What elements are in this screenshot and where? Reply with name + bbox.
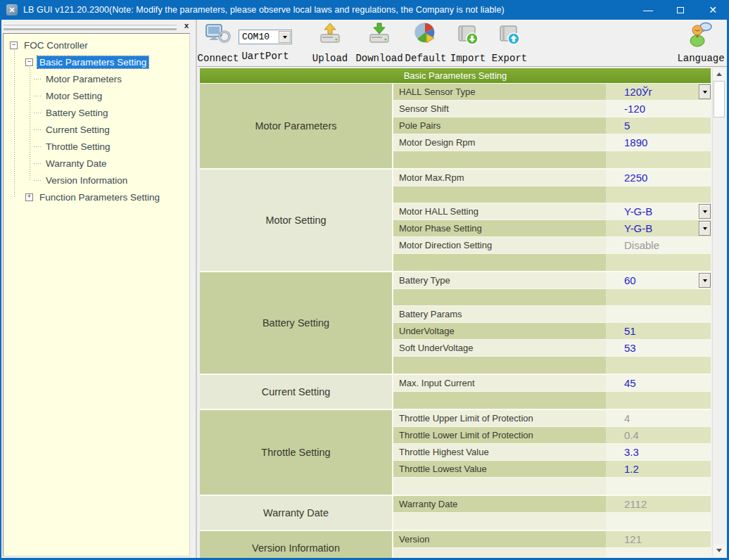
param-row — [393, 392, 711, 409]
param-value[interactable]: 2250 — [606, 170, 711, 186]
uartport-dropdown-button[interactable] — [279, 31, 291, 43]
dropdown-button[interactable] — [699, 204, 711, 219]
download-button[interactable]: Download — [354, 23, 405, 64]
export-icon — [496, 21, 523, 51]
export-button[interactable]: Export — [489, 23, 530, 64]
param-row — [393, 289, 711, 306]
minimize-button[interactable]: — — [632, 0, 664, 20]
table-scrollbar[interactable] — [712, 68, 725, 556]
dropdown-button[interactable] — [699, 84, 711, 99]
param-value[interactable]: 53 — [606, 340, 711, 356]
param-label: Pole Pairs — [393, 117, 606, 134]
tree-item-label[interactable]: Warranty Date — [44, 158, 109, 170]
param-row — [393, 186, 711, 203]
tree-item-motor-setting[interactable]: Motor Setting — [34, 87, 104, 104]
param-value — [606, 513, 711, 530]
param-value[interactable]: 51 — [606, 323, 711, 339]
tree-connector-stub — [34, 129, 41, 130]
maximize-icon — [677, 7, 684, 13]
group-name: Motor Parameters — [200, 84, 393, 168]
param-value[interactable]: 60 — [606, 272, 711, 288]
close-button[interactable]: ✕ — [697, 0, 729, 20]
dock-gripper[interactable] — [4, 24, 177, 30]
param-value[interactable]: Disable — [606, 237, 711, 253]
tree-item-label[interactable]: Version Information — [44, 174, 129, 186]
param-value[interactable]: 45 — [606, 375, 711, 391]
param-row: Motor Max.Rpm2250 — [393, 170, 711, 186]
param-label — [393, 513, 606, 530]
parameter-group: Battery SettingBattery Type60Battery Par… — [200, 272, 711, 375]
upload-button[interactable]: Upload — [307, 23, 353, 64]
uartport-combobox[interactable]: COM10 — [239, 30, 292, 44]
param-row: Version121 — [393, 531, 711, 548]
app-window: ✕ LB GUI v121.20.2300(Note: Modify the p… — [0, 0, 729, 560]
tree-item-label[interactable]: Motor Setting — [44, 90, 104, 102]
tree-item-motor-parameters[interactable]: Motor Parameters — [34, 70, 124, 87]
tree-item-warranty-date[interactable]: Warranty Date — [34, 155, 109, 172]
sidebar-close-button[interactable]: x — [182, 21, 191, 31]
maximize-button[interactable] — [664, 0, 697, 20]
sidebar-splitter[interactable] — [196, 20, 197, 558]
param-row — [393, 513, 711, 530]
param-value[interactable]: 5 — [606, 117, 711, 134]
param-row: Motor HALL SettingY-G-B — [393, 203, 711, 220]
chevron-down-icon — [703, 210, 707, 213]
param-value[interactable]: 2112 — [606, 496, 711, 512]
default-button[interactable]: Default — [404, 23, 448, 64]
param-value[interactable]: 1.2 — [606, 461, 711, 477]
tree-item-label[interactable]: Function Parameters Setting — [37, 191, 162, 203]
param-value[interactable]: 4 — [606, 410, 711, 426]
expand-icon[interactable]: + — [25, 193, 33, 201]
import-button[interactable]: Import — [448, 23, 488, 64]
collapse-icon[interactable]: − — [10, 42, 18, 49]
tree-connector-stub — [34, 113, 41, 113]
parameter-group: Motor ParametersHALL Sensor Type120ЎгSen… — [200, 84, 711, 170]
tree-item-label[interactable]: Motor Parameters — [44, 73, 124, 85]
scrollbar-up-button[interactable] — [713, 68, 725, 80]
chevron-down-icon — [283, 36, 287, 39]
param-value[interactable]: Y-G-B — [606, 220, 711, 236]
connect-button[interactable]: Connect — [199, 23, 237, 64]
param-value[interactable]: 0.4 — [606, 427, 711, 443]
upload-icon — [317, 21, 343, 51]
param-label — [393, 254, 606, 271]
param-value[interactable]: 1890 — [606, 134, 711, 151]
param-label — [393, 478, 606, 495]
tree-item-basic-parameters-setting[interactable]: −Basic Parameters Setting — [25, 53, 148, 70]
param-label — [393, 357, 606, 374]
tree-item-current-setting[interactable]: Current Setting — [34, 121, 112, 138]
param-value — [606, 289, 711, 305]
param-label: Motor HALL Setting — [393, 203, 606, 219]
scrollbar-down-button[interactable] — [713, 545, 725, 556]
tree-item-label[interactable]: Battery Setting — [44, 107, 110, 119]
param-row: Soft UnderVoltage53 — [393, 340, 711, 357]
tree-item-function-parameters-setting[interactable]: +Function Parameters Setting — [25, 189, 162, 205]
param-value[interactable]: 121 — [606, 531, 711, 547]
tree-item-battery-setting[interactable]: Battery Setting — [34, 104, 110, 121]
param-value[interactable]: Y-G-B — [606, 203, 711, 219]
scrollbar-thumb[interactable] — [714, 81, 725, 117]
tree-item-version-information[interactable]: Version Information — [34, 172, 129, 189]
param-row: Sensor Shift-120 — [393, 101, 711, 117]
language-button[interactable]: Language — [676, 23, 725, 64]
tree-item-label[interactable]: Throttle Setting — [44, 141, 113, 153]
param-value[interactable]: 120Ўг — [606, 84, 711, 100]
tree-item-foc-controller[interactable]: −FOC Controller — [10, 37, 90, 53]
dropdown-button[interactable] — [699, 221, 711, 236]
param-row: Throttle Upper Limit of Protection4 — [393, 410, 711, 427]
param-label: Battery Type — [393, 272, 606, 288]
dropdown-button[interactable] — [699, 273, 711, 288]
param-value[interactable]: 3.3 — [606, 444, 711, 460]
tree-item-label[interactable]: Current Setting — [44, 124, 112, 136]
param-label: Warranty Date — [393, 496, 606, 512]
tree-item-throttle-setting[interactable]: Throttle Setting — [34, 138, 113, 155]
collapse-icon[interactable]: − — [25, 58, 33, 66]
param-label: UnderVoltage — [393, 323, 606, 339]
titlebar: ✕ LB GUI v121.20.2300(Note: Modify the p… — [0, 0, 729, 20]
parameter-group: Throttle SettingThrottle Upper Limit of … — [200, 410, 711, 496]
param-value[interactable]: -120 — [606, 101, 711, 117]
param-label: Battery Params — [393, 306, 606, 322]
tree-item-label[interactable]: FOC Controller — [22, 39, 90, 51]
tree-item-label[interactable]: Basic Parameters Setting — [37, 56, 148, 68]
param-value — [606, 392, 711, 409]
